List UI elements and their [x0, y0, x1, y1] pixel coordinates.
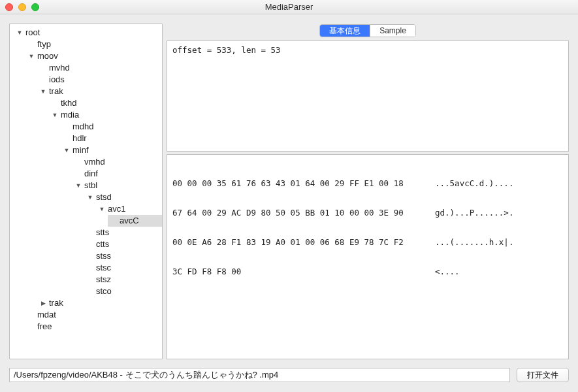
tree-item-root[interactable]: ▼ root [14, 27, 162, 39]
tree-item-tkhd[interactable]: tkhd [49, 97, 162, 109]
content-area: ▼ root ftyp ▼moov mvhd iods ▼trak [0, 14, 578, 392]
tree-label: hdlr [72, 133, 87, 144]
chevron-down-icon[interactable]: ▼ [63, 147, 70, 154]
info-panel[interactable]: offset = 533, len = 53 [167, 41, 569, 152]
tree-label: root [25, 27, 40, 39]
chevron-right-icon[interactable]: ▶ [40, 300, 46, 306]
tree-label: stco [96, 286, 112, 297]
hex-ascii: ...(.......h.x|. [421, 237, 513, 247]
tree-label: trak [49, 86, 63, 97]
tree-label: avcC [120, 215, 139, 227]
hex-bytes: 00 0E A6 28 F1 83 19 A0 01 00 06 68 E9 7… [172, 237, 421, 247]
tree-item-trak2[interactable]: ▶trak [37, 297, 162, 309]
tree-item-stbl[interactable]: ▼stbl [72, 180, 162, 191]
tree-label: vmhd [84, 156, 105, 168]
tree-label: ftyp [37, 39, 51, 50]
minimize-icon[interactable] [18, 3, 26, 11]
segmented-control: 基本信息 Sample [319, 24, 416, 37]
hex-panel[interactable]: 00 00 00 35 61 76 63 43 01 64 00 29 FF E… [167, 154, 569, 359]
chevron-down-icon[interactable]: ▼ [40, 88, 46, 95]
tree-item-mvhd[interactable]: mvhd [37, 62, 162, 74]
tree-label: ctts [96, 238, 109, 250]
tab-sample[interactable]: Sample [370, 25, 415, 37]
tree-item-hdlr[interactable]: hdlr [61, 133, 162, 144]
hex-bytes: 3C FD F8 F8 00 [172, 267, 421, 276]
tree-label: moov [37, 50, 58, 62]
tree-label: stts [96, 227, 109, 238]
chevron-down-icon[interactable]: ▼ [75, 182, 82, 189]
close-icon[interactable] [5, 3, 13, 11]
window-controls [5, 3, 39, 11]
window-title: MediaParser [0, 2, 578, 12]
tree-label: iods [49, 74, 65, 86]
tree-item-stco[interactable]: stco [84, 286, 162, 297]
hex-ascii: <.... [421, 267, 460, 276]
tree-item-mdia[interactable]: ▼mdia [49, 109, 162, 121]
tree-label: stss [96, 250, 111, 262]
tree-item-minf[interactable]: ▼minf [61, 144, 162, 156]
tree-item-ftyp[interactable]: ftyp [25, 39, 162, 50]
tab-bar: 基本信息 Sample [167, 24, 569, 38]
tree-item-mdat[interactable]: mdat [25, 309, 162, 321]
tree-item-ctts[interactable]: ctts [84, 238, 162, 250]
tree-item-avc1[interactable]: ▼avc1 [96, 203, 162, 215]
titlebar: MediaParser [0, 0, 578, 14]
zoom-icon[interactable] [31, 3, 39, 11]
tree-label: mdhd [72, 121, 94, 133]
info-text: offset = 533, len = 53 [172, 45, 281, 55]
tree-label: tkhd [61, 97, 77, 109]
main-row: ▼ root ftyp ▼moov mvhd iods ▼trak [9, 24, 569, 359]
tree-item-mdhd[interactable]: mdhd [61, 121, 162, 133]
hex-bytes: 00 00 00 35 61 76 63 43 01 64 00 29 FF E… [172, 178, 421, 188]
hex-row: 3C FD F8 F8 00<.... [172, 267, 563, 276]
tree-item-stts[interactable]: stts [84, 227, 162, 238]
tree-label: free [37, 321, 52, 333]
tree-label: mvhd [49, 62, 70, 74]
tree-item-trak[interactable]: ▼trak [37, 86, 162, 97]
tree-label: dinf [84, 168, 98, 180]
atom-tree[interactable]: ▼ root ftyp ▼moov mvhd iods ▼trak [9, 24, 163, 359]
tree-label: avc1 [108, 203, 125, 215]
right-column: 基本信息 Sample offset = 533, len = 53 00 00… [167, 24, 569, 359]
tree-label: stbl [84, 180, 97, 191]
tree-item-stss[interactable]: stss [84, 250, 162, 262]
hex-row: 00 0E A6 28 F1 83 19 A0 01 00 06 68 E9 7… [172, 237, 563, 247]
tree-item-stsz[interactable]: stsz [84, 274, 162, 286]
tree-item-dinf[interactable]: dinf [72, 168, 162, 180]
tree-item-stsd[interactable]: ▼stsd [84, 191, 162, 203]
hex-row: 00 00 00 35 61 76 63 43 01 64 00 29 FF E… [172, 178, 563, 188]
tree-item-moov[interactable]: ▼moov [25, 50, 162, 62]
chevron-down-icon[interactable]: ▼ [52, 112, 58, 118]
hex-ascii: ...5avcC.d.).... [421, 178, 513, 188]
tree-label: stsc [96, 262, 111, 274]
file-path-text: /Users/fpzeng/video/AKB48 - そこで犬のうんち踏んじゃ… [14, 369, 278, 381]
open-file-button[interactable]: 打开文件 [517, 368, 569, 382]
tree-item-iods[interactable]: iods [37, 74, 162, 86]
hex-ascii: gd.)...P......>. [421, 208, 513, 218]
tree-label: minf [72, 144, 89, 156]
chevron-down-icon[interactable]: ▼ [16, 29, 23, 36]
tree-label: stsz [96, 274, 111, 286]
tree-item-free[interactable]: free [25, 321, 162, 333]
file-path-field[interactable]: /Users/fpzeng/video/AKB48 - そこで犬のうんち踏んじゃ… [9, 368, 510, 382]
tree-label: trak [49, 297, 63, 309]
tree-label: stsd [96, 191, 112, 203]
tree-item-vmhd[interactable]: vmhd [72, 156, 162, 168]
hex-row: 67 64 00 29 AC D9 80 50 05 BB 01 10 00 0… [172, 208, 563, 218]
tree-item-stsc[interactable]: stsc [84, 262, 162, 274]
tree-label: mdat [37, 309, 56, 321]
tab-basic-info[interactable]: 基本信息 [320, 25, 370, 37]
footer-bar: /Users/fpzeng/video/AKB48 - そこで犬のうんち踏んじゃ… [9, 367, 569, 383]
hex-bytes: 67 64 00 29 AC D9 80 50 05 BB 01 10 00 0… [172, 208, 421, 218]
tree-item-avcC[interactable]: avcC [108, 215, 162, 227]
chevron-down-icon[interactable]: ▼ [28, 53, 35, 59]
chevron-down-icon[interactable]: ▼ [99, 206, 105, 212]
chevron-down-icon[interactable]: ▼ [87, 194, 93, 201]
tree-label: mdia [61, 109, 79, 121]
